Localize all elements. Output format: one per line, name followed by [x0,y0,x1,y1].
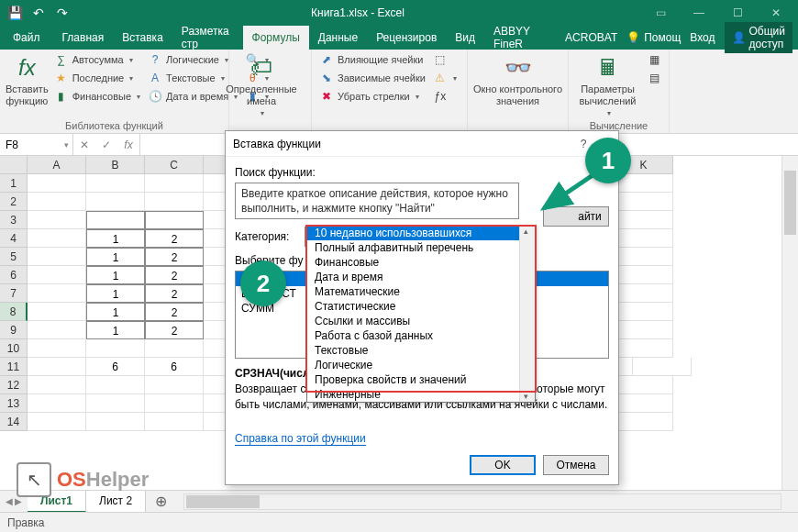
row-header[interactable]: 7 [0,284,28,303]
show-formulas-button[interactable]: ⬚ [431,51,459,68]
trace-precedents-button[interactable]: ⬈Влияющие ячейки [317,51,427,68]
dropdown-item[interactable]: Текстовые [307,343,535,358]
row-header[interactable]: 12 [0,376,28,394]
cell[interactable] [28,174,86,193]
cell[interactable] [86,376,145,394]
row-header[interactable]: 11 [0,358,28,376]
row-header[interactable]: 8 [0,303,28,321]
cell[interactable] [615,339,673,358]
tab-data[interactable]: Данные [309,26,367,50]
minimize-icon[interactable]: — [681,2,717,24]
dropdown-scrollbar[interactable] [519,226,535,402]
add-sheet-icon[interactable]: ⊕ [146,493,176,510]
cell[interactable] [86,394,145,413]
cell[interactable]: 1 [86,303,145,321]
fx-button-icon[interactable]: fx [117,139,139,151]
evaluate-button[interactable]: ƒx [431,88,459,105]
cell[interactable] [28,284,86,303]
login-link[interactable]: Вход [690,31,715,44]
accept-formula-icon[interactable]: ✓ [95,139,117,151]
tab-page-layout[interactable]: Разметка стр [172,26,243,50]
cell[interactable] [145,193,204,211]
search-input[interactable]: Введите краткое описание действия, котор… [235,183,519,219]
dropdown-item[interactable]: Статистические [307,299,535,314]
cell[interactable] [28,193,86,211]
sheet-nav-next-icon[interactable]: ▶ [15,496,22,506]
name-box[interactable]: F8 [0,134,73,155]
row-header[interactable]: 2 [0,193,28,211]
category-dropdown[interactable]: 10 недавно использовавшихся Полный алфав… [306,225,536,403]
cell[interactable] [615,284,673,303]
cell[interactable]: 1 [86,321,145,339]
cell[interactable]: 2 [145,303,204,321]
dropdown-item[interactable]: Ссылки и массивы [307,314,535,328]
cell[interactable]: 2 [145,266,204,284]
trace-dependents-button[interactable]: ⬊Зависимые ячейки [317,70,427,86]
tab-home[interactable]: Главная [53,26,114,50]
cell[interactable]: 2 [145,284,204,303]
dropdown-item[interactable]: Работа с базой данных [307,328,535,343]
row-header[interactable]: 9 [0,321,28,339]
column-header[interactable]: C [145,156,204,174]
dropdown-item[interactable]: Проверка свойств и значений [307,372,535,387]
cell[interactable] [615,376,673,394]
cell[interactable] [28,339,86,358]
cell[interactable]: 1 [86,229,145,248]
cell[interactable] [28,229,86,248]
autosum-button[interactable]: ∑Автосумма▾ [52,51,142,68]
financial-button[interactable]: ▮Финансовые▾ [52,88,142,105]
ribbon-options-icon[interactable]: ▭ [642,2,679,24]
cell[interactable]: 2 [145,229,204,248]
cell[interactable] [28,248,86,266]
cancel-button[interactable]: Отмена [543,455,609,475]
row-header[interactable]: 10 [0,339,28,358]
cell[interactable] [145,394,204,413]
tab-abbyy[interactable]: ABBYY FineR [484,26,556,50]
row-header[interactable]: 6 [0,266,28,284]
cell[interactable] [615,413,673,431]
cell[interactable]: 1 [86,266,145,284]
row-header[interactable]: 3 [0,211,28,229]
dropdown-item[interactable]: Полный алфавитный перечень [307,240,535,255]
cell[interactable] [615,248,673,266]
horizontal-scrollbar[interactable] [183,493,781,510]
cell[interactable] [28,266,86,284]
cell[interactable]: 1 [86,284,145,303]
cell[interactable] [28,358,86,376]
error-check-button[interactable]: ⚠▾ [431,70,459,86]
cell[interactable]: 2 [145,321,204,339]
cell[interactable] [145,339,204,358]
cell[interactable] [615,266,673,284]
tab-insert[interactable]: Вставка [113,26,172,50]
cell[interactable] [615,229,673,248]
remove-arrows-button[interactable]: ✖Убрать стрелки▾ [317,88,427,105]
tab-acrobat[interactable]: ACROBAT [556,26,626,50]
dropdown-item[interactable]: Дата и время [307,270,535,284]
tab-file[interactable]: Файл [0,26,53,50]
select-all-corner[interactable] [0,156,28,174]
calc-sheet-button[interactable]: ▤ [645,70,663,86]
sheet-nav-prev-icon[interactable]: ◀ [6,496,13,506]
row-header[interactable]: 4 [0,229,28,248]
quick-redo-icon[interactable]: ↷ [51,2,73,24]
dropdown-item[interactable]: Математические [307,284,535,299]
dropdown-item[interactable]: Логические [307,358,535,372]
dropdown-item[interactable]: Финансовые [307,255,535,270]
row-header[interactable]: 14 [0,413,28,431]
row-header[interactable]: 1 [0,174,28,193]
maximize-icon[interactable]: ☐ [719,2,756,24]
cell[interactable] [86,174,145,193]
cell[interactable] [615,193,673,211]
cell[interactable]: 6 [145,358,204,376]
cell[interactable] [615,211,673,229]
help-link[interactable]: Справка по этой функции [235,432,366,446]
dropdown-item[interactable]: Инженерные [307,387,535,402]
cancel-formula-icon[interactable]: ✕ [73,139,95,151]
tab-view[interactable]: Вид [446,26,484,50]
cell[interactable] [86,193,145,211]
cell[interactable] [145,211,204,229]
row-header[interactable]: 13 [0,394,28,413]
close-icon[interactable]: ✕ [758,2,794,24]
cell[interactable]: 1 [86,248,145,266]
cell[interactable] [615,303,673,321]
